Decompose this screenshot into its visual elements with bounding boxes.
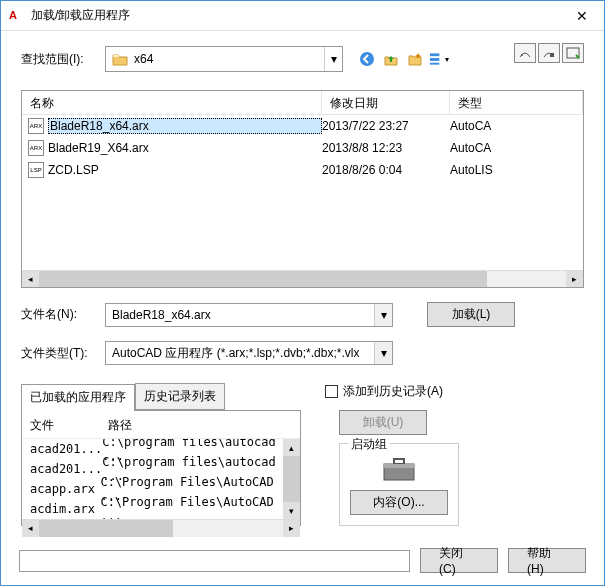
tab-loaded-apps[interactable]: 已加载的应用程序 — [21, 384, 135, 411]
startup-group: 启动组 内容(O)... — [339, 443, 459, 526]
folder-icon — [112, 52, 128, 66]
window-title: 加载/卸载应用程序 — [31, 7, 559, 24]
chevron-down-icon[interactable]: ▾ — [374, 304, 392, 326]
mini-column-file: 文件 — [30, 417, 108, 434]
svg-rect-1 — [430, 53, 439, 56]
look-in-select[interactable]: x64 ▾ — [105, 46, 343, 72]
load-button[interactable]: 加载(L) — [427, 302, 515, 327]
scroll-left-icon[interactable]: ◂ — [22, 271, 39, 288]
filename-value: BladeR18_x64.arx — [112, 308, 211, 322]
svg-rect-3 — [430, 63, 439, 65]
look-in-value: x64 — [134, 52, 153, 66]
contents-button[interactable]: 内容(O)... — [350, 490, 448, 515]
chevron-down-icon[interactable]: ▾ — [374, 342, 392, 364]
filetype-label: 文件类型(T): — [21, 345, 105, 362]
scroll-up-icon[interactable]: ▴ — [283, 439, 300, 456]
file-row[interactable]: ARXBladeR18_x64.arx2013/7/22 23:27AutoCA — [22, 115, 583, 137]
loaded-app-row[interactable]: acdim.arxC:\Program Files\AutoCAD ... — [30, 499, 283, 519]
briefcase-icon — [382, 456, 416, 482]
file-list: 名称 修改日期 类型 ARXBladeR18_x64.arx2013/7/22 … — [21, 90, 584, 288]
svg-rect-2 — [430, 58, 439, 61]
file-icon: ARX — [28, 140, 44, 156]
horizontal-scrollbar[interactable]: ◂ ▸ — [22, 270, 583, 287]
filename-label: 文件名(N): — [21, 306, 105, 323]
tab-history[interactable]: 历史记录列表 — [135, 383, 225, 410]
file-icon: LSP — [28, 162, 44, 178]
file-row[interactable]: LSPZCD.LSP2018/8/26 0:04AutoLIS — [22, 159, 583, 181]
file-name: BladeR19_X64.arx — [48, 141, 322, 155]
mini-column-path: 路径 — [108, 417, 132, 434]
filetype-value: AutoCAD 应用程序 (*.arx;*.lsp;*.dvb;*.dbx;*.… — [112, 345, 359, 362]
file-name: ZCD.LSP — [48, 163, 322, 177]
file-icon: ARX — [28, 118, 44, 134]
help-button[interactable]: 帮助(H) — [508, 548, 586, 573]
back-icon[interactable] — [357, 49, 377, 69]
new-folder-icon[interactable] — [405, 49, 425, 69]
file-type: AutoCA — [450, 119, 583, 133]
column-name[interactable]: 名称 — [22, 91, 322, 114]
column-type[interactable]: 类型 — [450, 91, 583, 114]
close-button[interactable]: 关闭(C) — [420, 548, 498, 573]
vertical-scrollbar[interactable]: ▴ ▾ — [283, 439, 300, 519]
file-date: 2013/7/22 23:27 — [322, 119, 450, 133]
look-in-label: 查找范围(I): — [21, 51, 105, 68]
svg-rect-9 — [384, 464, 414, 468]
file-type: AutoLIS — [450, 163, 583, 177]
file-date: 2018/8/26 0:04 — [322, 163, 450, 177]
status-input[interactable] — [19, 550, 410, 572]
scroll-down-icon[interactable]: ▾ — [283, 502, 300, 519]
file-date: 2013/8/8 12:23 — [322, 141, 450, 155]
column-date[interactable]: 修改日期 — [322, 91, 450, 114]
app-icon — [9, 8, 25, 24]
close-icon[interactable]: ✕ — [559, 1, 604, 30]
file-row[interactable]: ARXBladeR19_X64.arx2013/8/8 12:23AutoCA — [22, 137, 583, 159]
chevron-down-icon[interactable]: ▾ — [324, 47, 342, 71]
loaded-file: acad201... — [30, 442, 102, 456]
titlebar: 加载/卸载应用程序 ✕ — [1, 1, 604, 31]
svg-rect-8 — [394, 459, 404, 464]
file-name: BladeR18_x64.arx — [48, 118, 322, 134]
loaded-path: C:\Program Files\AutoCAD ... — [100, 495, 283, 519]
scroll-right-icon[interactable]: ▸ — [566, 271, 583, 288]
file-type: AutoCA — [450, 141, 583, 155]
startup-title: 启动组 — [348, 436, 390, 453]
svg-point-0 — [360, 52, 374, 66]
loaded-file: acad201... — [30, 462, 102, 476]
horizontal-scrollbar[interactable]: ◂ ▸ — [22, 519, 300, 536]
scroll-right-icon[interactable]: ▸ — [283, 520, 300, 537]
filename-input[interactable]: BladeR18_x64.arx ▾ — [105, 303, 393, 327]
scroll-left-icon[interactable]: ◂ — [22, 520, 39, 537]
loaded-file: acapp.arx — [30, 482, 100, 496]
loaded-apps-panel: 文件 路径 acad201...C:\program files\autocad… — [21, 410, 301, 526]
add-history-label: 添加到历史记录(A) — [343, 383, 443, 400]
filetype-select[interactable]: AutoCAD 应用程序 (*.arx;*.lsp;*.dvb;*.dbx;*.… — [105, 341, 393, 365]
svg-point-4 — [521, 54, 523, 56]
svg-rect-5 — [550, 53, 554, 57]
view-menu-icon[interactable]: ▾ — [429, 49, 449, 69]
up-icon[interactable] — [381, 49, 401, 69]
unload-button[interactable]: 卸载(U) — [339, 410, 427, 435]
tool-icon-1[interactable] — [514, 43, 536, 63]
tool-icon-3[interactable] — [562, 43, 584, 63]
tool-icon-2[interactable] — [538, 43, 560, 63]
loaded-file: acdim.arx — [30, 502, 100, 516]
add-history-checkbox[interactable] — [325, 385, 338, 398]
